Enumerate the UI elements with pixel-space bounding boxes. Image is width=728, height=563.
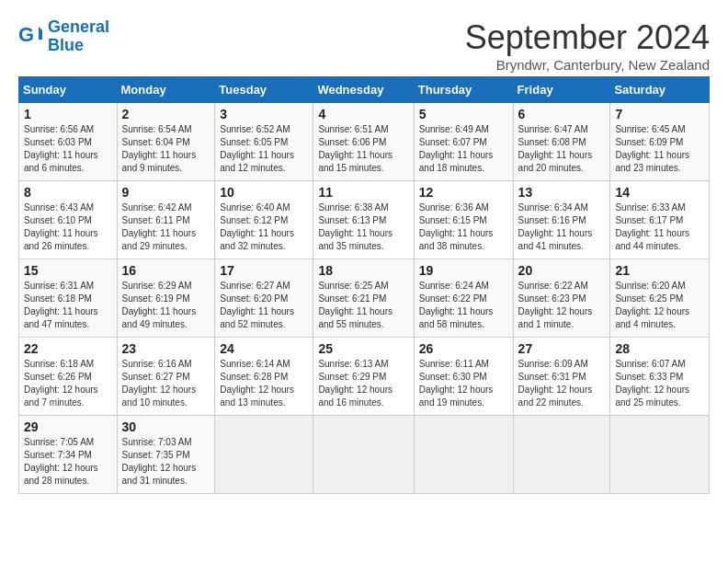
day-number: 15 <box>24 263 112 278</box>
calendar-cell: 9Sunrise: 6:42 AMSunset: 6:11 PMDaylight… <box>117 181 215 259</box>
day-info: Sunrise: 6:22 AMSunset: 6:23 PMDaylight:… <box>518 280 606 331</box>
calendar-cell: 6Sunrise: 6:47 AMSunset: 6:08 PMDaylight… <box>513 103 610 181</box>
calendar-cell <box>610 416 710 494</box>
day-number: 9 <box>122 185 210 200</box>
day-info: Sunrise: 6:09 AMSunset: 6:31 PMDaylight:… <box>518 358 606 409</box>
calendar-cell: 30Sunrise: 7:03 AMSunset: 7:35 PMDayligh… <box>117 416 215 494</box>
day-info: Sunrise: 6:54 AMSunset: 6:04 PMDaylight:… <box>122 123 210 175</box>
day-number: 11 <box>318 185 408 200</box>
day-number: 12 <box>419 185 508 200</box>
calendar-cell: 1Sunrise: 6:56 AMSunset: 6:03 PMDaylight… <box>19 103 118 181</box>
calendar-cell: 15Sunrise: 6:31 AMSunset: 6:18 PMDayligh… <box>19 259 118 338</box>
day-header: Monday <box>117 77 215 103</box>
calendar-cell: 24Sunrise: 6:14 AMSunset: 6:28 PMDayligh… <box>215 338 313 416</box>
calendar-cell: 12Sunrise: 6:36 AMSunset: 6:15 PMDayligh… <box>414 181 513 259</box>
day-info: Sunrise: 6:31 AMSunset: 6:18 PMDaylight:… <box>24 280 112 331</box>
location-subtitle: Bryndwr, Canterbury, New Zealand <box>465 57 710 73</box>
calendar-week-row: 22Sunrise: 6:18 AMSunset: 6:26 PMDayligh… <box>19 338 710 416</box>
day-info: Sunrise: 6:18 AMSunset: 6:26 PMDaylight:… <box>24 358 112 409</box>
day-header: Tuesday <box>215 77 313 103</box>
day-info: Sunrise: 6:38 AMSunset: 6:13 PMDaylight:… <box>318 201 408 253</box>
calendar-cell: 23Sunrise: 6:16 AMSunset: 6:27 PMDayligh… <box>117 338 215 416</box>
day-number: 24 <box>220 341 308 356</box>
calendar-cell: 18Sunrise: 6:25 AMSunset: 6:21 PMDayligh… <box>313 259 414 338</box>
day-info: Sunrise: 6:07 AMSunset: 6:33 PMDaylight:… <box>615 358 704 409</box>
calendar-cell: 16Sunrise: 6:29 AMSunset: 6:19 PMDayligh… <box>117 259 215 338</box>
day-number: 3 <box>220 107 308 121</box>
logo: G General Blue <box>18 18 109 55</box>
day-header: Friday <box>513 77 610 103</box>
day-number: 5 <box>419 107 508 121</box>
day-number: 30 <box>122 419 210 434</box>
calendar-cell: 2Sunrise: 6:54 AMSunset: 6:04 PMDaylight… <box>117 103 215 181</box>
calendar-cell: 13Sunrise: 6:34 AMSunset: 6:16 PMDayligh… <box>513 181 610 259</box>
logo-general: General <box>48 17 109 36</box>
calendar-week-row: 15Sunrise: 6:31 AMSunset: 6:18 PMDayligh… <box>19 259 710 338</box>
day-info: Sunrise: 6:14 AMSunset: 6:28 PMDaylight:… <box>220 358 308 409</box>
day-number: 26 <box>419 341 508 356</box>
day-number: 1 <box>24 107 112 121</box>
day-number: 23 <box>122 341 210 356</box>
day-number: 2 <box>122 107 210 121</box>
day-number: 16 <box>122 263 210 278</box>
day-number: 19 <box>419 263 508 278</box>
day-info: Sunrise: 6:33 AMSunset: 6:17 PMDaylight:… <box>615 201 704 253</box>
calendar-cell: 10Sunrise: 6:40 AMSunset: 6:12 PMDayligh… <box>215 181 313 259</box>
day-number: 7 <box>615 107 704 121</box>
day-number: 25 <box>318 341 408 356</box>
calendar-cell: 7Sunrise: 6:45 AMSunset: 6:09 PMDaylight… <box>610 103 710 181</box>
day-info: Sunrise: 6:16 AMSunset: 6:27 PMDaylight:… <box>122 358 210 409</box>
day-info: Sunrise: 6:11 AMSunset: 6:30 PMDaylight:… <box>419 358 508 409</box>
day-info: Sunrise: 6:20 AMSunset: 6:25 PMDaylight:… <box>615 280 704 331</box>
day-info: Sunrise: 7:03 AMSunset: 7:35 PMDaylight:… <box>122 436 210 488</box>
day-number: 22 <box>24 341 112 356</box>
calendar-cell: 29Sunrise: 7:05 AMSunset: 7:34 PMDayligh… <box>19 416 118 494</box>
calendar-cell <box>313 416 414 494</box>
calendar-cell: 26Sunrise: 6:11 AMSunset: 6:30 PMDayligh… <box>414 338 513 416</box>
calendar-table: SundayMondayTuesdayWednesdayThursdayFrid… <box>18 76 710 494</box>
calendar-week-row: 29Sunrise: 7:05 AMSunset: 7:34 PMDayligh… <box>19 416 710 494</box>
day-number: 17 <box>220 263 308 278</box>
calendar-header: SundayMondayTuesdayWednesdayThursdayFrid… <box>19 77 710 103</box>
day-info: Sunrise: 6:51 AMSunset: 6:06 PMDaylight:… <box>318 123 408 175</box>
day-info: Sunrise: 6:49 AMSunset: 6:07 PMDaylight:… <box>419 123 508 175</box>
day-number: 21 <box>615 263 704 278</box>
day-number: 28 <box>615 341 704 356</box>
calendar-week-row: 8Sunrise: 6:43 AMSunset: 6:10 PMDaylight… <box>19 181 710 259</box>
calendar-cell: 19Sunrise: 6:24 AMSunset: 6:22 PMDayligh… <box>414 259 513 338</box>
day-number: 14 <box>615 185 704 200</box>
calendar-cell: 8Sunrise: 6:43 AMSunset: 6:10 PMDaylight… <box>19 181 118 259</box>
day-number: 29 <box>24 419 112 434</box>
calendar-cell: 22Sunrise: 6:18 AMSunset: 6:26 PMDayligh… <box>19 338 118 416</box>
day-info: Sunrise: 6:52 AMSunset: 6:05 PMDaylight:… <box>220 123 308 175</box>
day-info: Sunrise: 6:56 AMSunset: 6:03 PMDaylight:… <box>24 123 112 175</box>
day-number: 8 <box>24 185 112 200</box>
day-header: Saturday <box>610 77 710 103</box>
svg-text:G: G <box>18 23 34 46</box>
calendar-cell: 5Sunrise: 6:49 AMSunset: 6:07 PMDaylight… <box>414 103 513 181</box>
calendar-cell: 25Sunrise: 6:13 AMSunset: 6:29 PMDayligh… <box>313 338 414 416</box>
day-info: Sunrise: 6:34 AMSunset: 6:16 PMDaylight:… <box>518 201 606 253</box>
calendar-cell <box>513 416 610 494</box>
calendar-cell: 27Sunrise: 6:09 AMSunset: 6:31 PMDayligh… <box>513 338 610 416</box>
day-info: Sunrise: 6:25 AMSunset: 6:21 PMDaylight:… <box>318 280 408 331</box>
calendar-cell: 4Sunrise: 6:51 AMSunset: 6:06 PMDaylight… <box>313 103 414 181</box>
logo-blue: Blue <box>48 36 84 54</box>
calendar-cell <box>215 416 313 494</box>
calendar-cell: 14Sunrise: 6:33 AMSunset: 6:17 PMDayligh… <box>610 181 710 259</box>
day-header: Wednesday <box>313 77 414 103</box>
day-header: Sunday <box>19 77 118 103</box>
logo-icon: G <box>18 23 46 51</box>
day-info: Sunrise: 6:42 AMSunset: 6:11 PMDaylight:… <box>122 201 210 253</box>
day-info: Sunrise: 6:40 AMSunset: 6:12 PMDaylight:… <box>220 201 308 253</box>
day-info: Sunrise: 6:27 AMSunset: 6:20 PMDaylight:… <box>220 280 308 331</box>
day-number: 13 <box>518 185 606 200</box>
calendar-cell <box>414 416 513 494</box>
month-title: September 2024 <box>465 18 710 57</box>
calendar-cell: 21Sunrise: 6:20 AMSunset: 6:25 PMDayligh… <box>610 259 710 338</box>
day-info: Sunrise: 6:13 AMSunset: 6:29 PMDaylight:… <box>318 358 408 409</box>
day-info: Sunrise: 6:29 AMSunset: 6:19 PMDaylight:… <box>122 280 210 331</box>
day-info: Sunrise: 6:43 AMSunset: 6:10 PMDaylight:… <box>24 201 112 253</box>
day-info: Sunrise: 6:24 AMSunset: 6:22 PMDaylight:… <box>419 280 508 331</box>
calendar-week-row: 1Sunrise: 6:56 AMSunset: 6:03 PMDaylight… <box>19 103 710 181</box>
